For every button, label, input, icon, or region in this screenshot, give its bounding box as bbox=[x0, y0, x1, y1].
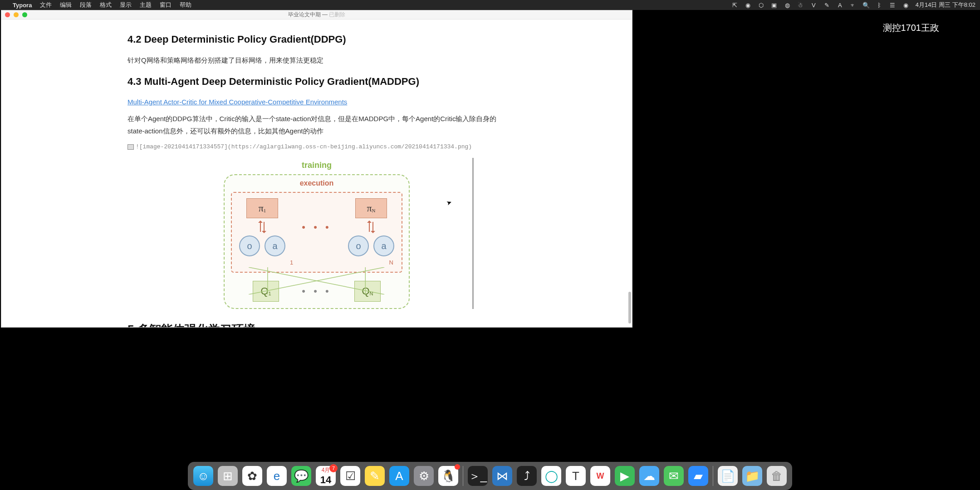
act-1: a bbox=[265, 235, 285, 256]
menu-file[interactable]: 文件 bbox=[40, 1, 52, 9]
arrow-down-icon bbox=[264, 222, 265, 232]
markdown-image-syntax[interactable]: ![image-20210414171334557](https://aglar… bbox=[127, 142, 506, 152]
menu-view[interactable]: 显示 bbox=[120, 1, 132, 9]
snowman-icon[interactable]: ☃ bbox=[797, 2, 804, 9]
dock-obs[interactable]: ⤴ bbox=[517, 466, 537, 486]
menubar-datetime[interactable]: 4月14日 周三 下午8:02 bbox=[916, 1, 975, 9]
screen-mirror-icon[interactable]: ⇱ bbox=[731, 2, 738, 9]
paragraph-4-2: 针对Q网络和策略网络都分别搭建了目标网络，用来使算法更稳定 bbox=[127, 54, 506, 66]
training-box: execution π1 o a • • • πN bbox=[224, 174, 410, 309]
dock-settings[interactable]: ⚙ bbox=[414, 466, 434, 486]
dock-edge[interactable]: e bbox=[267, 466, 287, 486]
dock-wps[interactable]: W bbox=[590, 466, 610, 486]
typora-window: 毕业论文中期 — 已删除 4.2 Deep Deterministic Poli… bbox=[1, 10, 632, 328]
scrollbar-thumb[interactable] bbox=[628, 292, 631, 323]
image-icon bbox=[127, 144, 134, 150]
dock-tencent-meeting[interactable]: ☁ bbox=[639, 466, 659, 486]
dock-terminal[interactable]: ＞_ bbox=[468, 466, 488, 486]
window-maximize-button[interactable] bbox=[22, 12, 27, 17]
dock-pycharm[interactable]: ▶ bbox=[615, 466, 635, 486]
heading-4-2: 4.2 Deep Deterministic Policy Gradient(D… bbox=[127, 30, 506, 49]
execution-box: π1 o a • • • πN o bbox=[231, 192, 402, 273]
dock-messages[interactable]: 💬 bbox=[291, 466, 311, 486]
obs-n: o bbox=[348, 235, 369, 256]
heading-5: 5 多智能体强化学习环境 bbox=[127, 319, 506, 327]
dock-trash[interactable]: 🗑 bbox=[767, 466, 787, 486]
q-n: QN bbox=[354, 281, 381, 302]
app-name[interactable]: Typora bbox=[13, 2, 32, 9]
window-titlebar: 毕业论文中期 — 已删除 bbox=[1, 10, 632, 20]
dock-separator bbox=[463, 466, 463, 486]
menu-format[interactable]: 格式 bbox=[100, 1, 112, 9]
spotlight-icon[interactable]: 🔍 bbox=[863, 2, 870, 9]
macos-menubar: Typora 文件 编辑 段落 格式 显示 主题 窗口 帮助 ⇱ ◉ ⬡ ▣ ◍… bbox=[0, 0, 980, 10]
bluetooth-icon[interactable]: ᛒ bbox=[876, 2, 883, 9]
label-training: training bbox=[224, 158, 410, 172]
menu-theme[interactable]: 主题 bbox=[140, 1, 152, 9]
dock-finder[interactable]: ☺ bbox=[193, 466, 213, 486]
dock-app-circle[interactable]: ◯ bbox=[541, 466, 561, 486]
pin-icon[interactable]: ✎ bbox=[823, 2, 830, 9]
obs-1: o bbox=[239, 235, 260, 256]
app-status-icon[interactable]: ◍ bbox=[784, 2, 791, 9]
vpn-icon[interactable]: ⬡ bbox=[758, 2, 764, 9]
agent-n: πN o a bbox=[348, 198, 394, 256]
dock-calendar[interactable]: 4月 14 7 bbox=[316, 466, 336, 486]
dock-typora[interactable]: T bbox=[566, 466, 586, 486]
policy-n: πN bbox=[355, 198, 387, 218]
shield-icon[interactable]: ▣ bbox=[771, 2, 778, 9]
figure-container: training execution π1 o a • • • bbox=[169, 158, 464, 309]
wifi-icon[interactable]: ᯤ bbox=[850, 2, 857, 9]
dock-photos[interactable]: ✿ bbox=[242, 466, 262, 486]
macos-dock: ☺ ⊞ ✿ e 💬 4月 14 7 ☑ ✎ A ⚙ 🐧 ＞_ ⋈ ⤴ ◯ T W… bbox=[188, 462, 792, 490]
link-maddpg-paper[interactable]: Multi-Agent Actor-Critic for Mixed Coope… bbox=[127, 98, 347, 106]
window-close-button[interactable] bbox=[5, 12, 10, 17]
ellipsis-agents: • • • bbox=[302, 218, 331, 236]
critic-row: Q1 • • • QN bbox=[231, 281, 402, 302]
dock-vscode[interactable]: ⋈ bbox=[492, 466, 512, 486]
paragraph-4-3: 在单个Agent的DDPG算法中，Critic的输入是一个state-actio… bbox=[127, 113, 506, 137]
menu-edit[interactable]: 编辑 bbox=[60, 1, 72, 9]
v-icon[interactable]: V bbox=[810, 2, 817, 9]
control-center-icon[interactable]: ☰ bbox=[889, 2, 896, 9]
dock-separator bbox=[713, 466, 713, 486]
agent-index-n: N bbox=[389, 257, 393, 268]
dock-downloads[interactable]: 📁 bbox=[742, 466, 762, 486]
menu-paragraph[interactable]: 段落 bbox=[80, 1, 92, 9]
act-n: a bbox=[373, 235, 394, 256]
dock-appstore[interactable]: A bbox=[389, 466, 409, 486]
window-title: 毕业论文中期 — 已删除 bbox=[288, 11, 346, 19]
text-caret bbox=[473, 158, 473, 309]
ellipsis-critics: • • • bbox=[302, 282, 331, 300]
arrow-up-icon bbox=[260, 222, 261, 232]
dock-zoom[interactable]: ▰ bbox=[688, 466, 708, 486]
menu-window[interactable]: 窗口 bbox=[160, 1, 172, 9]
dock-qq[interactable]: 🐧 bbox=[438, 466, 458, 486]
q-1: Q1 bbox=[253, 281, 279, 302]
dock-reminders[interactable]: ☑ bbox=[340, 466, 360, 486]
agent-index-1: 1 bbox=[290, 257, 293, 268]
menu-help[interactable]: 帮助 bbox=[180, 1, 191, 9]
dock-launchpad[interactable]: ⊞ bbox=[218, 466, 238, 486]
heading-4-3: 4.3 Multi-Agent Deep Deterministic Polic… bbox=[127, 73, 506, 91]
editor-content[interactable]: 4.2 Deep Deterministic Policy Gradient(D… bbox=[1, 20, 632, 327]
arrow-down-icon bbox=[372, 222, 373, 232]
wechat-status-icon[interactable]: ◉ bbox=[745, 2, 751, 9]
label-execution: execution bbox=[231, 177, 402, 190]
siri-icon[interactable]: ◉ bbox=[902, 2, 909, 9]
watermark-label: 测控1701王政 bbox=[883, 22, 940, 34]
dock-wechat[interactable]: ✉ bbox=[664, 466, 684, 486]
arrow-up-icon bbox=[369, 222, 370, 232]
dock-recent-doc[interactable]: 📄 bbox=[718, 466, 738, 486]
window-minimize-button[interactable] bbox=[14, 12, 19, 17]
policy-1: π1 bbox=[246, 198, 278, 218]
calendar-badge: 7 bbox=[329, 464, 338, 472]
input-source-icon[interactable]: A bbox=[837, 2, 843, 9]
agent-1: π1 o a bbox=[239, 198, 285, 256]
qq-badge bbox=[455, 464, 460, 470]
dock-notes[interactable]: ✎ bbox=[365, 466, 385, 486]
